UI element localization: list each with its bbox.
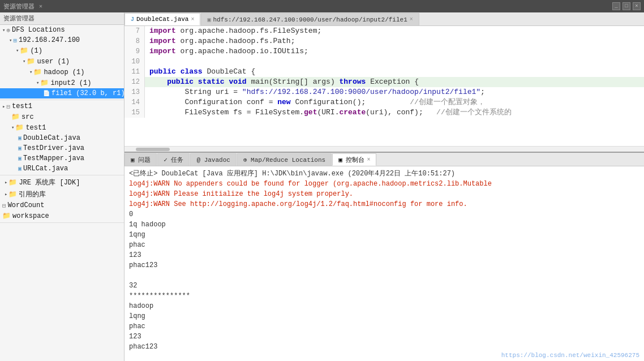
line-content: Configuration conf = new Configuration()…	[145, 97, 485, 108]
top-bar-title: 资源管理器	[3, 2, 35, 11]
top-bar-icon: ✕	[39, 3, 42, 10]
line-content: public class DoubleCat {	[145, 67, 255, 77]
folder-icon: 📁	[2, 212, 11, 220]
console-line-1qng: 1qng	[129, 230, 639, 240]
folder-icon: 📁	[33, 68, 42, 76]
console-line-0: 0	[129, 209, 639, 220]
problems-tab[interactable]: ▣ 问题	[124, 153, 157, 166]
close-button[interactable]: ×	[633, 2, 641, 10]
testmapper-label: TestMapper.java	[23, 154, 84, 162]
console-line-1232: 123	[129, 332, 639, 342]
line-number: 13	[124, 87, 145, 97]
code-scrollbar[interactable]	[124, 146, 644, 152]
code-line-7: 7 import org.apache.hadoop.fs.FileSystem…	[124, 26, 644, 36]
console-tab-label: ▣ 控制台	[338, 156, 364, 164]
arrow-icon: ▾	[11, 124, 14, 131]
code-line-15: 15 FileSystem fs = FileSystem.get(URI.cr…	[124, 108, 644, 118]
input2-folder[interactable]: ▾ 📁 input2 (1)	[0, 78, 124, 88]
wordcount-item[interactable]: ⊟ WordCount	[0, 200, 124, 210]
maximize-button[interactable]: □	[622, 2, 630, 10]
doublecat-java[interactable]: ▣ DoubleCat.java	[0, 133, 124, 143]
window-controls[interactable]: _ □ ×	[612, 2, 641, 10]
console-line-123: 123	[129, 250, 639, 260]
wordcount-label: WordCount	[8, 201, 45, 209]
mapreduce-tab[interactable]: ⊕ Map/Reduce Locations	[237, 153, 332, 166]
console-wrapper: <已终止> DoubleCat [Java 应用程序] H:\JDK\bin\j…	[124, 166, 644, 361]
tab-close-doublecat[interactable]: ×	[191, 16, 194, 23]
tasks-tab[interactable]: ✓ 任务	[157, 153, 190, 166]
workspace-label: workspace	[12, 212, 49, 220]
server-item[interactable]: ▾ ⊞ 192.168.247.100	[0, 35, 124, 45]
line-content: public static void main(String[] args) t…	[145, 77, 419, 87]
project-icon: ⊟	[2, 202, 6, 209]
test1-root-label: test1	[12, 102, 32, 110]
mapreduce-tab-label: ⊕ Map/Reduce Locations	[243, 156, 325, 164]
line-number: 8	[124, 36, 145, 46]
folder-icon: 📁	[8, 178, 17, 187]
tab-doublecat[interactable]: J DoubleCat.java ×	[124, 13, 200, 25]
input2-label: input2 (1)	[50, 79, 91, 87]
testdriver-java[interactable]: ▣ TestDriver.java	[0, 143, 124, 153]
console-tab[interactable]: ▣ 控制台 ×	[332, 153, 376, 166]
sidebar-header: 资源管理器	[0, 12, 124, 25]
jre-item[interactable]: ▸ 📁 JRE 系统库 [JDK]	[0, 177, 124, 188]
tab-file1[interactable]: ▣ hdfs://192.168.247.100:9000/user/hadoo…	[201, 13, 419, 25]
top-bar: 资源管理器 ✕ _ □ ×	[0, 0, 644, 12]
line-number: 15	[124, 108, 145, 118]
java-icon: ▣	[18, 165, 22, 172]
code-line-14: 14 Configuration conf = new Configuratio…	[124, 97, 644, 108]
hadoop-folder[interactable]: ▾ 📁 hadoop (1)	[0, 67, 124, 78]
tab-close-file1[interactable]: ×	[410, 16, 413, 23]
user-folder[interactable]: ▾ 📁 user (1)	[0, 56, 124, 67]
line-number: 9	[124, 46, 145, 57]
libs-item[interactable]: ▸ 📁 引用的库	[0, 188, 124, 200]
src-folder[interactable]: 📁 src	[0, 111, 124, 122]
user-label: user (1)	[37, 58, 70, 66]
bottom-panel: ▣ 问题 ✓ 任务 @ Javadoc ⊕ Map/Reduce Locatio…	[124, 152, 644, 361]
doublecat-label: DoubleCat.java	[23, 134, 80, 142]
dfs-locations-text: DFS Locations	[12, 26, 65, 34]
arrow-icon: ▾	[2, 27, 5, 33]
code-line-12: 12 public static void main(String[] args…	[124, 77, 644, 87]
dfs-icon: ⊕	[6, 27, 10, 34]
workspace-item[interactable]: 📁 workspace	[0, 210, 124, 221]
console-line-phac123: phac123	[129, 260, 639, 270]
server-label: 192.168.247.100	[19, 36, 80, 44]
file-tab-icon: ▣	[207, 16, 211, 23]
folder-icon: 📁	[27, 57, 35, 66]
dfs-locations-label[interactable]: ▾ ⊕ DFS Locations	[0, 25, 124, 35]
arrow-icon: ▾	[29, 69, 32, 75]
hadoop-label: hadoop (1)	[44, 68, 84, 76]
folder-icon: 📁	[15, 123, 24, 132]
server-icon: ⊞	[13, 37, 17, 44]
test1-root[interactable]: ▸ ⊟ test1	[0, 101, 124, 111]
urlcat-java[interactable]: ▣ URLCat.java	[0, 164, 124, 174]
arrow-icon: ▸	[2, 104, 5, 110]
console-line-phac1232: phac123	[129, 342, 639, 352]
console-tab-bar: ▣ 问题 ✓ 任务 @ Javadoc ⊕ Map/Reduce Locatio…	[124, 153, 644, 166]
console-output[interactable]: <已终止> DoubleCat [Java 应用程序] H:\JDK\bin\j…	[124, 166, 644, 354]
root-folder[interactable]: ▾ 📁 (1)	[0, 45, 124, 56]
line-content: FileSystem fs = FileSystem.get(URI.creat…	[145, 108, 512, 118]
test1-folder[interactable]: ▾ 📁 test1	[0, 122, 124, 133]
sidebar: 资源管理器 ▾ ⊕ DFS Locations ▾ ⊞ 192.168.247.…	[0, 12, 124, 361]
console-line-warn3: log4j:WARN See http://logging.apache.org…	[129, 199, 639, 209]
testmapper-java[interactable]: ▣ TestMapper.java	[0, 153, 124, 164]
jre-label: JRE 系统库 [JDK]	[19, 178, 80, 187]
minimize-button[interactable]: _	[612, 2, 620, 10]
console-line-warn2: log4j:WARN Please initialize the log4j s…	[129, 189, 639, 199]
console-close-icon[interactable]: ×	[367, 157, 370, 163]
editor-area: J DoubleCat.java × ▣ hdfs://192.168.247.…	[124, 12, 644, 361]
console-line-1q: 1q hadoop	[129, 220, 639, 230]
java-icon: ▣	[18, 135, 22, 141]
javadoc-tab[interactable]: @ Javadoc	[190, 153, 236, 166]
console-line-phac: phac	[129, 240, 639, 250]
editor-tab-bar: J DoubleCat.java × ▣ hdfs://192.168.247.…	[124, 12, 644, 26]
code-editor[interactable]: 7 import org.apache.hadoop.fs.FileSystem…	[124, 26, 644, 146]
problems-tab-label: ▣ 问题	[131, 156, 151, 164]
scrollbar-thumb[interactable]	[136, 148, 170, 151]
main-area: 资源管理器 ▾ ⊕ DFS Locations ▾ ⊞ 192.168.247.…	[0, 12, 644, 361]
file1-item[interactable]: 📄 file1 (32.0 b, r1)	[0, 88, 124, 98]
urlcat-label: URLCat.java	[23, 165, 68, 173]
console-line-blank	[129, 270, 639, 281]
